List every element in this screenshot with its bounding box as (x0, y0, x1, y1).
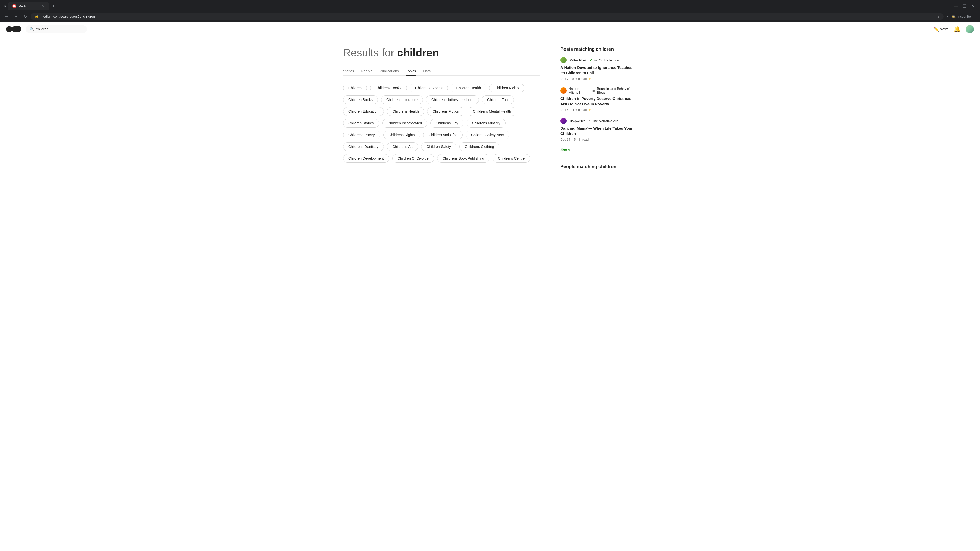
tag-pill[interactable]: Childrens Literature (381, 95, 423, 104)
post-item: Okwywrites in The Narrative ArcDancing M… (560, 118, 637, 141)
dot-separator: · (572, 138, 573, 141)
main-content: Results for children StoriesPeoplePublic… (337, 37, 643, 184)
lock-icon: 🔒 (35, 14, 38, 18)
menu-icon[interactable]: ⋮ (973, 14, 977, 19)
notification-bell-icon[interactable]: 🔔 (954, 26, 961, 32)
tab-stories[interactable]: Stories (343, 67, 354, 75)
back-button[interactable]: ← (3, 13, 10, 20)
tag-pill[interactable]: Children Font (482, 95, 514, 104)
user-avatar[interactable] (966, 25, 974, 33)
tab-label: Medium (18, 4, 30, 8)
author-name[interactable]: Okwywrites (569, 119, 585, 123)
post-date: Dec 7 (560, 77, 568, 81)
incognito-icon: 🕵 (952, 14, 956, 18)
reload-button[interactable]: ↻ (21, 13, 29, 20)
forward-button[interactable]: → (12, 13, 19, 20)
post-item: Walter Rhein✔ in On ReflectionA Nation D… (560, 57, 637, 81)
new-tab-button[interactable]: + (50, 2, 57, 10)
maximize-button[interactable]: ❐ (961, 3, 969, 9)
tab-publications[interactable]: Publications (380, 67, 399, 75)
publication-name[interactable]: The Narrative Arc (592, 119, 618, 123)
tags-grid: ChildrenChildrens BooksChildrens Stories… (343, 84, 540, 163)
tag-pill[interactable]: Childrens Stories (410, 84, 448, 92)
in-label: in (587, 119, 590, 123)
tag-pill[interactable]: Children Health (451, 84, 487, 92)
medium-logo[interactable] (6, 26, 21, 32)
tag-pill[interactable]: Childrens Dentistry (343, 142, 384, 151)
search-input[interactable] (36, 27, 83, 31)
author-avatar (560, 87, 566, 94)
tag-pill[interactable]: Children Stories (343, 119, 379, 127)
tag-pill[interactable]: Childrens Rights (383, 130, 420, 139)
write-icon: ✏️ (933, 26, 939, 32)
title-prefix: Results for (343, 47, 397, 59)
write-button[interactable]: ✏️ Write (933, 26, 948, 32)
tab-topics[interactable]: Topics (406, 67, 416, 75)
search-results-content: Results for children StoriesPeoplePublic… (343, 47, 540, 173)
title-query: children (397, 47, 439, 59)
read-time: 5 min read (574, 138, 589, 141)
tab-people[interactable]: People (361, 67, 372, 75)
tab-dropdown-button[interactable]: ▾ (3, 3, 7, 10)
dot-separator: · (570, 77, 571, 81)
post-title[interactable]: A Nation Devoted to Ignorance Teaches It… (560, 65, 637, 76)
tag-pill[interactable]: Childrens Health (387, 107, 424, 116)
extensions-icon[interactable]: ⋮ (945, 14, 950, 19)
sidebar: Posts matching children Walter Rhein✔ in… (560, 47, 637, 173)
browser-action-buttons: ⋮ 🕵 Incognito ⋮ (945, 14, 977, 19)
tag-pill[interactable]: Childrensclothesjonesboro (426, 95, 479, 104)
tag-pill[interactable]: Children Safety Nets (466, 130, 509, 139)
search-tabs: StoriesPeoplePublicationsTopicsLists (343, 67, 540, 76)
in-label: in (592, 89, 595, 93)
author-avatar (560, 118, 566, 124)
tag-pill[interactable]: Children Of Divorce (392, 154, 434, 163)
url-text: medium.com/search/tags?q=children (41, 14, 934, 18)
post-title[interactable]: Dancing Mama'— When Life Takes Your Chil… (560, 125, 637, 136)
post-author-row: Naleen Mitchell in Bouncin' and Behavin'… (560, 87, 637, 94)
verified-icon: ✔ (590, 59, 592, 62)
tag-pill[interactable]: Children (343, 84, 367, 92)
minimize-button[interactable]: — (952, 3, 960, 9)
page-title: Results for children (343, 47, 540, 59)
tag-pill[interactable]: Childrens Clothing (460, 142, 499, 151)
publication-name[interactable]: Bouncin' and Behavin' Blogs (597, 87, 637, 94)
tag-pill[interactable]: Children Safety (421, 142, 456, 151)
search-bar[interactable]: 🔍 (25, 25, 87, 33)
tag-pill[interactable]: Childrens Art (387, 142, 418, 151)
bookmark-icon[interactable]: ☆ (936, 14, 939, 18)
tag-pill[interactable]: Childrens Book Publishing (437, 154, 490, 163)
tag-pill[interactable]: Childrens Books (370, 84, 407, 92)
author-name[interactable]: Naleen Mitchell (569, 87, 590, 94)
tag-pill[interactable]: Children Books (343, 95, 378, 104)
logo-circle2 (12, 26, 21, 32)
star-icon: ★ (588, 77, 591, 81)
tag-pill[interactable]: Children Rights (489, 84, 525, 92)
tag-pill[interactable]: Childrens Mental Health (468, 107, 516, 116)
posts-section-title: Posts matching children (560, 47, 637, 52)
medium-app: 🔍 ✏️ Write 🔔 Results for children Storie… (0, 22, 980, 550)
tag-pill[interactable]: Childrens Day (430, 119, 463, 127)
logo-circle1 (6, 26, 12, 32)
tag-pill[interactable]: Children Education (343, 107, 384, 116)
tag-pill[interactable]: Children Development (343, 154, 389, 163)
publication-name[interactable]: On Reflection (599, 59, 619, 62)
close-button[interactable]: ✕ (969, 3, 977, 9)
browser-chrome: ▾ Medium ✕ + — ❐ ✕ ← → ↻ 🔒 medium.com/se… (0, 0, 980, 22)
author-name[interactable]: Walter Rhein (569, 59, 588, 62)
tag-pill[interactable]: Children And Ufos (423, 130, 463, 139)
read-time: 8 min read (573, 77, 587, 81)
tag-pill[interactable]: Childrens Minsitry (466, 119, 506, 127)
tab-lists[interactable]: Lists (423, 67, 431, 75)
tag-pill[interactable]: Childrens Fiction (427, 107, 465, 116)
tab-close-button[interactable]: ✕ (42, 4, 45, 8)
post-date: Dec 5 (560, 108, 568, 112)
tag-pill[interactable]: Childrens Centre (493, 154, 530, 163)
tag-pill[interactable]: Children Incorporated (382, 119, 428, 127)
post-date: Dec 14 (560, 138, 570, 141)
active-browser-tab[interactable]: Medium ✕ (8, 2, 49, 10)
post-title[interactable]: Children in Poverty Deserve Christmas AN… (560, 96, 637, 106)
tag-pill[interactable]: Childrens Poetry (343, 130, 380, 139)
post-author-row: Okwywrites in The Narrative Arc (560, 118, 637, 124)
see-all-link[interactable]: See all (560, 148, 637, 151)
address-bar[interactable]: 🔒 medium.com/search/tags?q=children ☆ (30, 13, 943, 20)
